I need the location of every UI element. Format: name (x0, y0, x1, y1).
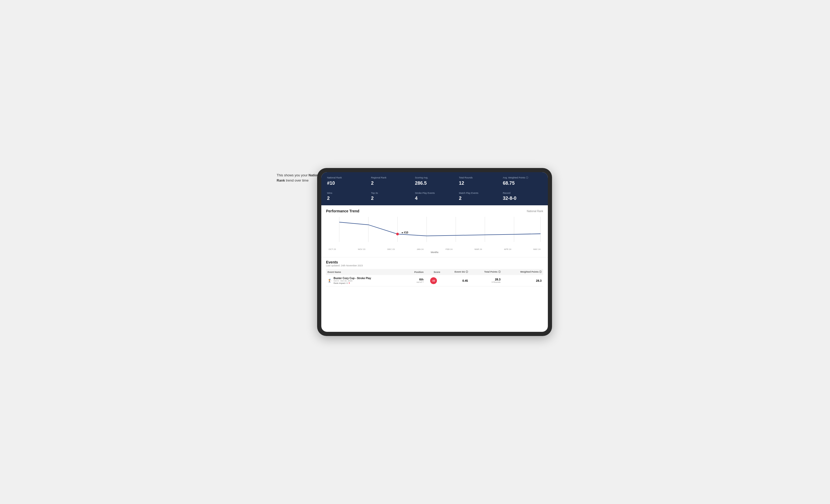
stat-match-play-events: Match Play Events 2 (457, 190, 500, 203)
svg-text:● #10: ● #10 (402, 231, 408, 234)
event-total-points-cell: 28.3 3 Rounds (470, 275, 502, 287)
event-weighted-points-cell: 28.3 (502, 275, 543, 287)
event-total-points-sub: 3 Rounds (471, 281, 501, 283)
event-rank-impact: Rank Impact: 3 ▼ (333, 282, 371, 284)
golf-icon: 🏌 (327, 279, 332, 283)
event-position-cell: 6th out of 7 (404, 275, 425, 287)
event-position: 6th (406, 278, 424, 281)
event-name: Buster Cozy Cup - Stroke Play (333, 277, 371, 280)
stats-row-1: National Rank #10 Regional Rank 2 Scorin… (321, 172, 548, 190)
events-section: Events Last updated: 24th November 2023 … (321, 257, 548, 289)
stat-top3s: Top 3s 2 (369, 190, 412, 203)
stats-row-2: Wins 2 Top 3s 2 Stroke Play Events 4 Mat… (321, 190, 548, 206)
stat-scoring-avg: Scoring Avg. 286.5 (413, 175, 456, 188)
table-row: 🏌 Buster Cozy Cup - Stroke Play Oct 9 - … (326, 275, 543, 287)
chart-svg: ● #10 (326, 216, 543, 247)
event-sg-value: 0.45 (462, 279, 468, 282)
col-total-points: Total Points ⓘ (470, 269, 502, 275)
x-axis-labels: OCT 23 NOV 23 DEC 23 JAN 24 FEB 24 MAR 2… (326, 248, 543, 250)
event-date: Oct 9 - Oct 10, 2023 (333, 280, 371, 282)
tablet-screen: National Rank #10 Regional Rank 2 Scorin… (321, 172, 548, 332)
stat-national-rank: National Rank #10 (325, 175, 368, 188)
stat-total-rounds: Total Rounds 12 (457, 175, 500, 188)
event-position-sub: out of 7 (406, 281, 424, 283)
score-badge: -22 (430, 277, 437, 284)
svg-point-9 (396, 233, 399, 235)
col-event-sg: Event SG ⓘ (442, 269, 470, 275)
performance-trend-subtitle: National Rank (527, 210, 543, 212)
x-axis-title: Months (326, 251, 543, 254)
content-area: National Rank #10 Regional Rank 2 Scorin… (321, 172, 548, 332)
performance-trend-section: Performance Trend National Rank (321, 205, 548, 257)
performance-trend-header: Performance Trend National Rank (326, 209, 543, 213)
col-score: Score (425, 269, 442, 275)
tablet-frame: National Rank #10 Regional Rank 2 Scorin… (317, 168, 552, 336)
event-weighted-points: 28.3 (536, 279, 542, 282)
events-table: Event Name Position Score Event SG ⓘ Tot… (326, 269, 543, 287)
stat-wins: Wins 2 (325, 190, 368, 203)
events-last-updated: Last updated: 24th November 2023 (326, 264, 543, 267)
event-total-points: 28.3 (471, 278, 501, 281)
col-weighted-points: Weighted Points ⓘ (502, 269, 543, 275)
performance-chart: ● #10 (326, 216, 543, 247)
events-table-header: Event Name Position Score Event SG ⓘ Tot… (326, 269, 543, 275)
col-event-name: Event Name (326, 269, 404, 275)
rank-direction-icon: ▼ (348, 282, 350, 284)
stat-avg-weighted-points: Avg. Weighted Points ⓘ 68.75 (501, 175, 544, 188)
event-sg-cell: 0.45 (442, 275, 470, 287)
performance-trend-title: Performance Trend (326, 209, 359, 213)
stat-stroke-play-events: Stroke Play Events 4 (413, 190, 456, 203)
events-title: Events (326, 260, 543, 264)
stat-regional-rank: Regional Rank 2 (369, 175, 412, 188)
col-position: Position (404, 269, 425, 275)
event-name-cell: 🏌 Buster Cozy Cup - Stroke Play Oct 9 - … (326, 275, 404, 287)
stat-record: Record 32-8-0 (501, 190, 544, 203)
event-score-cell: -22 (425, 275, 442, 287)
